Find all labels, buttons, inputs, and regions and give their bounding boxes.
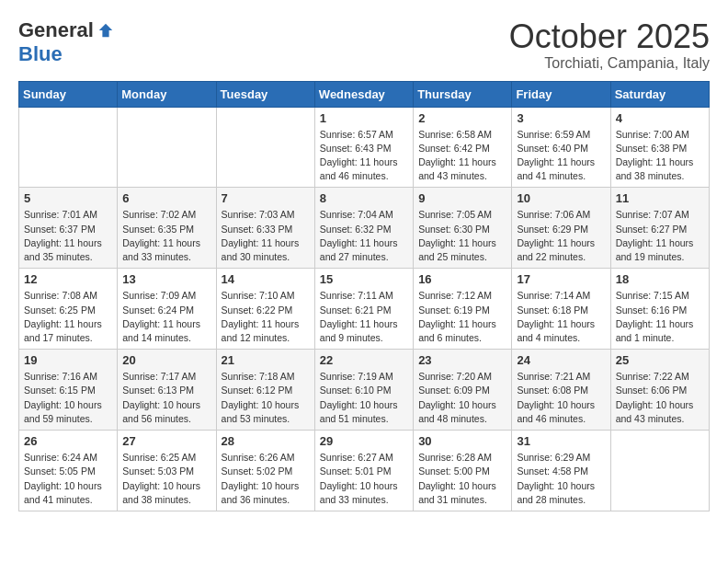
day-number: 19	[24, 353, 112, 367]
calendar-cell: 26Sunrise: 6:24 AM Sunset: 5:05 PM Dayli…	[19, 431, 118, 511]
day-info: Sunrise: 6:25 AM Sunset: 5:03 PM Dayligh…	[122, 451, 210, 507]
day-info: Sunrise: 6:26 AM Sunset: 5:02 PM Dayligh…	[222, 451, 310, 507]
day-number: 13	[122, 272, 210, 286]
calendar-cell: 17Sunrise: 7:14 AM Sunset: 6:18 PM Dayli…	[512, 269, 610, 350]
calendar-cell	[610, 431, 709, 511]
day-number: 6	[122, 191, 210, 205]
day-info: Sunrise: 7:06 AM Sunset: 6:29 PM Dayligh…	[517, 208, 605, 264]
day-info: Sunrise: 6:24 AM Sunset: 5:05 PM Dayligh…	[24, 451, 112, 507]
day-info: Sunrise: 7:21 AM Sunset: 6:08 PM Dayligh…	[517, 370, 605, 426]
calendar-cell: 1Sunrise: 6:57 AM Sunset: 6:43 PM Daylig…	[314, 107, 413, 188]
day-number: 17	[517, 272, 605, 286]
svg-marker-0	[99, 24, 112, 37]
calendar-table: SundayMondayTuesdayWednesdayThursdayFrid…	[18, 81, 710, 511]
day-info: Sunrise: 7:01 AM Sunset: 6:37 PM Dayligh…	[24, 208, 112, 264]
logo: General Blue	[18, 18, 114, 66]
day-header-sunday: Sunday	[19, 81, 118, 107]
calendar-cell: 8Sunrise: 7:04 AM Sunset: 6:32 PM Daylig…	[314, 188, 413, 269]
day-info: Sunrise: 7:15 AM Sunset: 6:16 PM Dayligh…	[616, 289, 704, 345]
day-info: Sunrise: 7:22 AM Sunset: 6:06 PM Dayligh…	[616, 370, 704, 426]
day-number: 20	[122, 353, 210, 367]
day-info: Sunrise: 7:05 AM Sunset: 6:30 PM Dayligh…	[418, 208, 506, 264]
day-number: 12	[24, 272, 112, 286]
week-row-3: 19Sunrise: 7:16 AM Sunset: 6:15 PM Dayli…	[19, 350, 710, 431]
day-number: 14	[222, 272, 310, 286]
week-row-1: 5Sunrise: 7:01 AM Sunset: 6:37 PM Daylig…	[19, 188, 710, 269]
day-number: 16	[418, 272, 506, 286]
calendar-cell: 22Sunrise: 7:19 AM Sunset: 6:10 PM Dayli…	[314, 350, 413, 431]
day-number: 10	[517, 191, 605, 205]
day-info: Sunrise: 7:11 AM Sunset: 6:21 PM Dayligh…	[320, 289, 408, 345]
calendar-cell: 28Sunrise: 6:26 AM Sunset: 5:02 PM Dayli…	[216, 431, 314, 511]
calendar-cell	[216, 107, 314, 188]
page-header: General Blue October 2025 Torchiati, Cam…	[18, 18, 710, 72]
calendar-cell: 31Sunrise: 6:29 AM Sunset: 4:58 PM Dayli…	[512, 431, 610, 511]
day-info: Sunrise: 7:18 AM Sunset: 6:12 PM Dayligh…	[222, 370, 310, 426]
day-info: Sunrise: 7:19 AM Sunset: 6:10 PM Dayligh…	[320, 370, 408, 426]
day-header-thursday: Thursday	[414, 81, 512, 107]
day-number: 31	[517, 434, 605, 448]
day-number: 29	[320, 434, 408, 448]
day-info: Sunrise: 7:12 AM Sunset: 6:19 PM Dayligh…	[418, 289, 506, 345]
calendar-cell: 21Sunrise: 7:18 AM Sunset: 6:12 PM Dayli…	[216, 350, 314, 431]
calendar-cell: 20Sunrise: 7:17 AM Sunset: 6:13 PM Dayli…	[118, 350, 216, 431]
week-row-2: 12Sunrise: 7:08 AM Sunset: 6:25 PM Dayli…	[19, 269, 710, 350]
calendar-cell	[118, 107, 216, 188]
week-row-0: 1Sunrise: 6:57 AM Sunset: 6:43 PM Daylig…	[19, 107, 710, 188]
calendar-cell	[19, 107, 118, 188]
day-number: 5	[24, 191, 112, 205]
calendar-cell: 30Sunrise: 6:28 AM Sunset: 5:00 PM Dayli…	[414, 431, 512, 511]
day-info: Sunrise: 7:10 AM Sunset: 6:22 PM Dayligh…	[222, 289, 310, 345]
calendar-cell: 12Sunrise: 7:08 AM Sunset: 6:25 PM Dayli…	[19, 269, 118, 350]
calendar-cell: 4Sunrise: 7:00 AM Sunset: 6:38 PM Daylig…	[610, 107, 709, 188]
day-number: 2	[418, 111, 506, 125]
calendar-cell: 27Sunrise: 6:25 AM Sunset: 5:03 PM Dayli…	[118, 431, 216, 511]
day-number: 27	[122, 434, 210, 448]
day-number: 18	[616, 272, 704, 286]
logo-icon	[97, 22, 114, 39]
day-number: 30	[418, 434, 506, 448]
day-info: Sunrise: 7:04 AM Sunset: 6:32 PM Dayligh…	[320, 208, 408, 264]
day-info: Sunrise: 6:29 AM Sunset: 4:58 PM Dayligh…	[517, 451, 605, 507]
calendar-cell: 14Sunrise: 7:10 AM Sunset: 6:22 PM Dayli…	[216, 269, 314, 350]
week-row-4: 26Sunrise: 6:24 AM Sunset: 5:05 PM Dayli…	[19, 431, 710, 511]
day-info: Sunrise: 6:57 AM Sunset: 6:43 PM Dayligh…	[320, 128, 408, 184]
day-number: 9	[418, 191, 506, 205]
day-number: 22	[320, 353, 408, 367]
day-info: Sunrise: 6:58 AM Sunset: 6:42 PM Dayligh…	[418, 128, 506, 184]
calendar-cell: 24Sunrise: 7:21 AM Sunset: 6:08 PM Dayli…	[512, 350, 610, 431]
day-number: 25	[616, 353, 704, 367]
day-headers-row: SundayMondayTuesdayWednesdayThursdayFrid…	[19, 81, 710, 107]
day-info: Sunrise: 7:14 AM Sunset: 6:18 PM Dayligh…	[517, 289, 605, 345]
day-info: Sunrise: 7:08 AM Sunset: 6:25 PM Dayligh…	[24, 289, 112, 345]
calendar-cell: 3Sunrise: 6:59 AM Sunset: 6:40 PM Daylig…	[512, 107, 610, 188]
day-number: 1	[320, 111, 408, 125]
day-number: 24	[517, 353, 605, 367]
calendar-cell: 29Sunrise: 6:27 AM Sunset: 5:01 PM Dayli…	[314, 431, 413, 511]
calendar-cell: 6Sunrise: 7:02 AM Sunset: 6:35 PM Daylig…	[118, 188, 216, 269]
day-info: Sunrise: 7:00 AM Sunset: 6:38 PM Dayligh…	[616, 128, 704, 184]
calendar-cell: 19Sunrise: 7:16 AM Sunset: 6:15 PM Dayli…	[19, 350, 118, 431]
day-info: Sunrise: 7:16 AM Sunset: 6:15 PM Dayligh…	[24, 370, 112, 426]
day-info: Sunrise: 7:03 AM Sunset: 6:33 PM Dayligh…	[222, 208, 310, 264]
location-subtitle: Torchiati, Campania, Italy	[509, 55, 710, 72]
calendar-cell: 9Sunrise: 7:05 AM Sunset: 6:30 PM Daylig…	[414, 188, 512, 269]
day-number: 23	[418, 353, 506, 367]
calendar-cell: 7Sunrise: 7:03 AM Sunset: 6:33 PM Daylig…	[216, 188, 314, 269]
day-info: Sunrise: 6:59 AM Sunset: 6:40 PM Dayligh…	[517, 128, 605, 184]
calendar-cell: 11Sunrise: 7:07 AM Sunset: 6:27 PM Dayli…	[610, 188, 709, 269]
title-section: October 2025 Torchiati, Campania, Italy	[509, 18, 710, 72]
day-info: Sunrise: 7:02 AM Sunset: 6:35 PM Dayligh…	[122, 208, 210, 264]
day-info: Sunrise: 7:20 AM Sunset: 6:09 PM Dayligh…	[418, 370, 506, 426]
day-header-saturday: Saturday	[610, 81, 709, 107]
day-header-wednesday: Wednesday	[314, 81, 413, 107]
logo-general-text: General	[18, 18, 94, 42]
calendar-cell: 16Sunrise: 7:12 AM Sunset: 6:19 PM Dayli…	[414, 269, 512, 350]
day-info: Sunrise: 7:09 AM Sunset: 6:24 PM Dayligh…	[122, 289, 210, 345]
calendar-cell: 18Sunrise: 7:15 AM Sunset: 6:16 PM Dayli…	[610, 269, 709, 350]
logo-blue-text: Blue	[18, 42, 63, 66]
day-header-tuesday: Tuesday	[216, 81, 314, 107]
day-number: 28	[222, 434, 310, 448]
day-number: 3	[517, 111, 605, 125]
calendar-cell: 25Sunrise: 7:22 AM Sunset: 6:06 PM Dayli…	[610, 350, 709, 431]
